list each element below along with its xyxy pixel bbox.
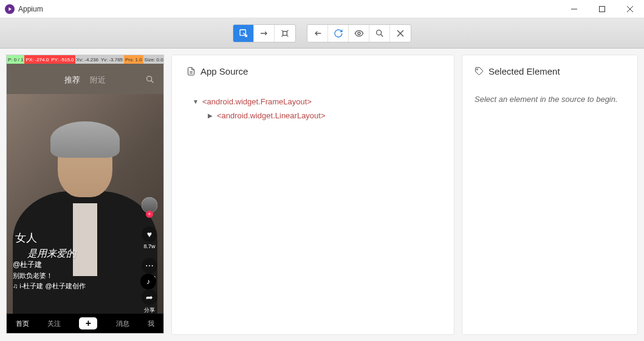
side-actions: + ♥ 8.7w ⋯ 2302 ➦ 分享 xyxy=(142,197,157,314)
svg-line-7 xyxy=(282,30,283,30)
share-action: ➦ 分享 xyxy=(142,289,157,314)
search-icon xyxy=(145,75,155,84)
tree-node-linearlayout[interactable]: ▶ <android.widget.LinearLayout> xyxy=(207,109,439,123)
titlebar: Appium xyxy=(0,0,644,18)
app-source-panel: App Source ▼ <android.widget.FrameLayout… xyxy=(171,55,454,335)
selected-panel-header: Selected Element xyxy=(474,66,625,76)
quit-button[interactable] xyxy=(390,25,411,42)
stat-prs: Prs: 1.0 xyxy=(124,55,143,64)
device-screenshot[interactable]: P: 0 / 1 PX: -274.0 PY: -515.0 Xv: -4.23… xyxy=(6,55,164,334)
action-group xyxy=(307,24,411,42)
svg-line-8 xyxy=(287,30,288,30)
tag-icon xyxy=(474,67,484,76)
svg-rect-6 xyxy=(283,31,287,35)
expand-arrow-icon[interactable]: ▶ xyxy=(207,112,213,119)
toolbar xyxy=(0,18,644,49)
meta-author: @杜子建 xyxy=(13,260,86,270)
stat-py: PY: -515.0 xyxy=(50,55,75,64)
svg-line-9 xyxy=(282,36,283,36)
svg-rect-1 xyxy=(600,6,605,12)
search-button[interactable] xyxy=(369,25,390,42)
title-left: Appium xyxy=(5,4,43,14)
svg-line-14 xyxy=(380,34,383,36)
stat-px: PX: -274.0 xyxy=(24,55,50,64)
refresh-button[interactable] xyxy=(328,25,349,42)
person-head xyxy=(58,130,112,197)
tree-node-label: <android.widget.FrameLayout> xyxy=(202,97,312,106)
stat-xv: Xv: -4.236 xyxy=(75,55,100,64)
expand-arrow-icon[interactable]: ▼ xyxy=(193,98,199,105)
maximize-button[interactable] xyxy=(588,0,616,18)
file-icon xyxy=(187,67,196,76)
source-panel-title: App Source xyxy=(200,66,248,76)
minimize-button[interactable] xyxy=(560,0,588,18)
follow-plus-icon: + xyxy=(146,211,153,218)
nav-home: 首页 xyxy=(16,319,29,328)
video-meta: @杜子建 别欺负老婆！ ♫ i-杜子建 @杜子建创作 xyxy=(13,260,86,291)
stat-yv: Yv: -3.785 xyxy=(100,55,124,64)
screen-body: 推荐 附近 + xyxy=(7,64,163,333)
nav-me: 我 xyxy=(148,319,154,328)
tree-node-framelayout[interactable]: ▼ <android.widget.FrameLayout> xyxy=(193,95,439,109)
heart-icon: ♥ xyxy=(142,226,157,242)
share-icon: ➦ xyxy=(142,289,157,305)
like-count: 8.7w xyxy=(143,243,155,249)
app-icon xyxy=(5,4,15,14)
like-action: ♥ 8.7w xyxy=(142,226,157,249)
meta-line1: 别欺负老婆！ xyxy=(13,271,86,280)
selected-panel-title: Selected Element xyxy=(488,66,560,76)
window-title: Appium xyxy=(18,5,43,13)
svg-line-10 xyxy=(287,36,288,36)
music-disc-icon: ♪ xyxy=(140,274,156,289)
svg-point-12 xyxy=(358,32,360,35)
screen-top-tabs: 推荐 附近 xyxy=(7,75,163,86)
tap-coordinates-button[interactable] xyxy=(275,25,295,42)
person-hair xyxy=(50,121,120,158)
select-mode-group xyxy=(233,24,296,42)
nav-plus-icon: + xyxy=(79,317,97,329)
swipe-button[interactable] xyxy=(254,25,275,42)
content-area: P: 0 / 1 PX: -274.0 PY: -515.0 Xv: -4.23… xyxy=(0,49,644,341)
video-area: + ♥ 8.7w ⋯ 2302 ➦ 分享 女人 xyxy=(7,94,163,315)
svg-line-18 xyxy=(151,81,154,83)
avatar-action: + xyxy=(142,197,157,218)
svg-point-17 xyxy=(147,76,152,81)
selected-placeholder: Select an element in the source to begin… xyxy=(474,95,625,104)
svg-point-21 xyxy=(476,69,478,70)
caption-line2: 是用来爱的 xyxy=(27,248,76,260)
stat-p: P: 0 / 1 xyxy=(7,55,24,64)
window-controls xyxy=(560,0,644,18)
tab-nearby: 附近 xyxy=(90,75,106,86)
video-caption: 女人 是用来爱的 xyxy=(15,231,76,260)
recording-button[interactable] xyxy=(349,25,369,42)
nav-message: 消息 xyxy=(116,319,129,328)
select-elements-button[interactable] xyxy=(233,25,254,42)
comment-icon: ⋯ xyxy=(142,258,157,274)
meta-line2: ♫ i-杜子建 @杜子建创作 xyxy=(13,282,86,291)
device-statusbar: P: 0 / 1 PX: -274.0 PY: -515.0 Xv: -4.23… xyxy=(7,55,163,64)
nav-follow: 关注 xyxy=(47,319,61,328)
stat-size: Size: 0.02 xyxy=(143,55,164,64)
caption-line1: 女人 xyxy=(15,231,76,245)
back-button[interactable] xyxy=(307,25,328,42)
source-tree: ▼ <android.widget.FrameLayout> ▶ <androi… xyxy=(187,95,439,123)
bottom-nav: 首页 关注 + 消息 我 xyxy=(7,314,163,333)
close-button[interactable] xyxy=(616,0,644,18)
source-panel-header: App Source xyxy=(187,66,439,76)
selected-element-panel: Selected Element Select an element in th… xyxy=(462,55,638,335)
tree-node-label: <android.widget.LinearLayout> xyxy=(217,111,326,120)
tab-recommend: 推荐 xyxy=(64,75,80,86)
svg-point-13 xyxy=(376,30,381,35)
